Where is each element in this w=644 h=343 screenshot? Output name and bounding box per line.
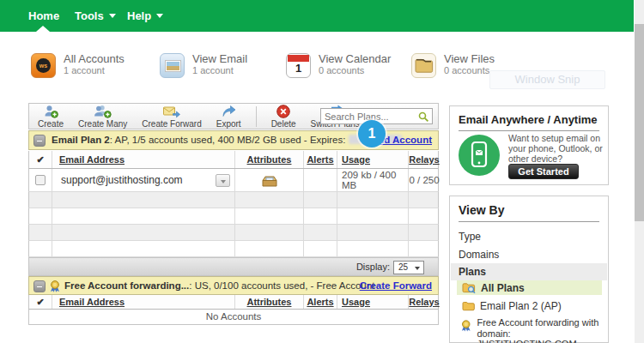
delete-button[interactable]: Delete [271,105,296,129]
attributes-header[interactable]: Attributes [235,151,304,168]
summary-title: All Accounts [64,53,125,65]
relays-cell: 0 / 250 [409,169,440,191]
select-all-header[interactable]: ✔ [29,151,52,168]
forward-account-icon [49,280,61,292]
email-address-header[interactable]: Email Address [52,151,235,168]
get-started-button[interactable]: Get Started [508,164,579,179]
table-row: support@justithosting.com 209 kb / 400 M… [28,169,439,192]
export-button[interactable]: Export [216,105,241,129]
all-plans-item[interactable]: All Plans [457,280,602,295]
summary-title: View Calendar [319,53,391,65]
window-snip-ghost-button: Window Snip [489,70,605,89]
chevron-down-icon [156,14,163,18]
email-address: support@justithosting.com [61,174,183,186]
export-arrow-icon [222,105,236,118]
create-forward-button[interactable]: Create Forward [142,105,201,129]
email-anywhere-card: Email Anywhere / Anytime Want to setup e… [449,105,609,185]
create-forward-link[interactable]: Create Forward [360,280,432,291]
view-email-icon [160,53,185,78]
phone-email-icon [459,135,500,176]
usage-cell: 209 kb / 400 MB [337,169,409,191]
forward-banner-text: Free Account forwarding...: US, 0/100 ac… [64,280,374,291]
summary-count: 1 account [192,65,247,76]
view-by-title: View By [459,203,599,222]
summary-view-email[interactable]: View Email1 account [160,53,247,78]
view-by-plans[interactable]: Plans [451,263,607,280]
row-checkbox[interactable] [35,175,46,185]
summary-count: 0 accounts [444,65,495,76]
forward-plan-banner: Free Account forwarding...: US, 0/100 ac… [28,276,439,295]
all-accounts-icon: ws [31,53,56,78]
create-many-users-icon [94,105,112,118]
toolbar-divider [256,106,257,127]
forward-account-icon [460,320,471,332]
usage-header[interactable]: Usage [337,151,409,168]
folder-search-icon [462,282,476,293]
empty-table-row [28,208,439,225]
empty-table-row [28,241,439,257]
free-forwarding-item[interactable]: Free Account forwarding withdomain: JUST… [460,317,608,343]
attributes-header[interactable]: Attributes [235,295,304,309]
alerts-cell [304,169,337,191]
summary-title: View Email [192,53,247,65]
accounts-table-header: ✔ Email Address Attributes Alerts Usage … [28,151,439,169]
view-by-domains[interactable]: Domains [459,249,499,261]
chevron-down-icon [109,14,116,18]
row-dropdown-button[interactable] [216,174,230,187]
create-many-button[interactable]: Create Many [78,105,127,129]
empty-table-row [28,225,439,241]
nav-tools[interactable]: Tools [75,9,116,22]
alerts-header[interactable]: Alerts [304,295,337,309]
no-accounts-row: No Accounts [28,310,439,325]
delete-icon [276,105,290,118]
create-user-icon [44,105,58,118]
alerts-header[interactable]: Alerts [304,151,337,168]
create-button[interactable]: Create [38,105,64,129]
promo-title: Email Anywhere / Anytime [459,113,599,131]
promo-text: Want to setup email on your phone, Outlo… [508,133,603,164]
empty-table-row [28,192,439,208]
nav-help[interactable]: Help [127,9,163,22]
view-by-card: View By Type Domains Plans All Plans Ema… [449,196,609,343]
folder-icon [462,301,475,311]
plan-banner-text: Email Plan 2: AP, 1/5 accounts used, 400… [52,135,402,145]
forward-envelope-icon [163,105,180,118]
table-footer: Display: 25 [28,257,439,276]
summary-count: 1 account [64,65,125,76]
active-tab-notch [36,26,50,32]
collapse-icon[interactable] [33,135,46,147]
mailbox-attribute-icon[interactable] [261,174,278,187]
view-by-type[interactable]: Type [459,231,481,243]
summary-view-calendar[interactable]: 1 View Calendar0 accounts [286,53,391,78]
top-nav: Home Tools Help [0,0,634,32]
display-label: Display: [356,262,390,272]
view-files-icon [411,53,436,78]
email-address-header[interactable]: Email Address [52,295,235,309]
relays-header[interactable]: Relays [409,295,440,309]
summary-all-accounts[interactable]: ws All Accounts1 account [31,53,125,78]
scrollbar-thumb[interactable] [635,24,644,221]
summary-view-files[interactable]: View Files0 accounts [411,53,495,78]
relays-header[interactable]: Relays [409,151,440,168]
display-count-select[interactable]: 25 [393,261,424,274]
forward-table-header: ✔ Email Address Attributes Alerts Usage … [28,295,439,310]
summary-count: 0 accounts [319,65,391,76]
nav-home[interactable]: Home [28,9,59,22]
search-icon[interactable] [418,111,429,123]
usage-header[interactable]: Usage [337,295,409,309]
email-plan-2-item[interactable]: Email Plan 2 (AP) [462,300,562,312]
step-1-badge: 1 [358,120,386,147]
view-calendar-icon: 1 [286,53,311,78]
summary-title: View Files [444,53,495,65]
collapse-icon[interactable] [33,280,46,292]
email-admin-page: Home Tools Help ws All Accounts1 account… [0,0,644,343]
select-all-header[interactable]: ✔ [29,295,52,309]
